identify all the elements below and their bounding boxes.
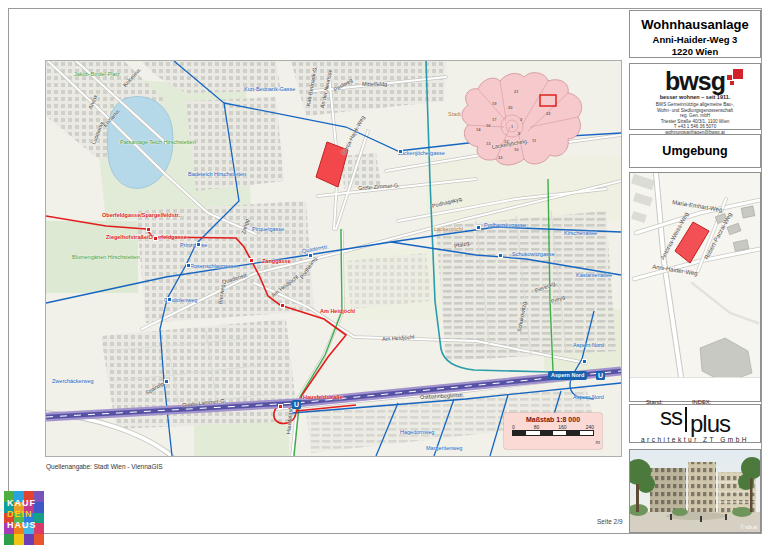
transit-stop-marker bbox=[146, 227, 151, 232]
ssplus-plus: plus bbox=[690, 414, 730, 434]
scale-tick: 160 bbox=[558, 424, 566, 430]
map-label: Hausfeldstraße bbox=[303, 394, 343, 400]
kdh-line-2: DEIN bbox=[7, 509, 37, 520]
ubahn-icon-hausfeldstrasse: U bbox=[292, 400, 301, 409]
map-label: Podhagskygasse bbox=[484, 222, 526, 228]
map-label: Schukowitzgasse bbox=[512, 251, 555, 257]
map-label: Lackenjöchl bbox=[434, 226, 463, 232]
architect-subtitle: architektur ZT GmbH bbox=[630, 436, 760, 443]
scale-unit: m bbox=[596, 439, 600, 445]
map-label: 21 bbox=[514, 89, 518, 95]
transit-stop-marker bbox=[582, 359, 587, 364]
map-label: Badeteich Hirschstetten bbox=[188, 171, 246, 177]
transit-stop-marker bbox=[476, 225, 481, 230]
map-label: 19 bbox=[492, 101, 496, 107]
page-number: Seite 2/9 bbox=[597, 518, 623, 525]
render-credit: © vdx.at bbox=[740, 524, 757, 530]
transit-stop-marker bbox=[308, 253, 313, 258]
map-label: Aspern Nord bbox=[573, 342, 604, 348]
umgebung-map-box: Maria-Emhart-WegAntonia-Weiss-WegRobert-… bbox=[629, 172, 761, 402]
map-label: Margeritenweg bbox=[426, 445, 462, 451]
transit-stop-marker bbox=[498, 253, 503, 258]
map-label: Hagedornweg bbox=[400, 429, 434, 435]
scale-tick: 80 bbox=[534, 424, 540, 430]
map-label: Stadt bbox=[448, 111, 461, 117]
map-label: Kurt-Bednarik-Gasse bbox=[244, 86, 295, 92]
scale-tick: 240 bbox=[586, 424, 594, 430]
bwsg-wordmark: bwsg bbox=[665, 67, 725, 95]
architect-block: ss plus architektur ZT GmbH bbox=[629, 404, 761, 443]
map-label: Rosenschlaggasse bbox=[190, 263, 236, 269]
transit-stop-marker bbox=[153, 236, 158, 241]
map-label: Zwerchäckerweg bbox=[52, 378, 94, 384]
map-label: 16 bbox=[486, 123, 490, 129]
map-label: 23 bbox=[498, 155, 502, 161]
map-label: 3 bbox=[518, 131, 520, 137]
ssplus-logo: ss plus bbox=[630, 407, 760, 433]
transit-stop-marker bbox=[398, 149, 403, 154]
transit-stop-marker bbox=[278, 404, 283, 409]
transit-stop-marker bbox=[249, 258, 254, 263]
transit-stop-marker bbox=[164, 379, 169, 384]
scale-ticks: 080160240 bbox=[504, 423, 602, 430]
map-label: Oberfeldgasse/Spargelfeldstr. bbox=[102, 212, 180, 218]
source-attribution: Quellenangabe: Stadt Wien - ViennaGIS bbox=[46, 463, 163, 470]
bwsg-logo: bwsg bbox=[665, 68, 725, 94]
map-label: 20 bbox=[508, 105, 512, 111]
map-label: Kastanienallee bbox=[576, 272, 612, 278]
map-scale-box: Maßstab 1:8 000 080160240 m bbox=[504, 413, 602, 449]
map-label: Jakob-Bindel-Platz bbox=[74, 71, 120, 77]
title-block: Wohnhausanlage Anni-Haider-Weg 3 1220 Wi… bbox=[629, 10, 761, 58]
project-address: Anni-Haider-Weg 3 bbox=[630, 34, 760, 45]
bwsg-pixel-mark-icon bbox=[727, 68, 743, 86]
transit-stop-marker bbox=[186, 263, 191, 268]
scale-title: Maßstab 1:8 000 bbox=[504, 416, 602, 423]
map-label: Mittelfeldg. bbox=[362, 81, 389, 87]
rendering-box: © vdx.at bbox=[629, 449, 761, 533]
transit-stop-marker bbox=[196, 242, 201, 247]
u2-station-label: Aspern Nord bbox=[551, 372, 584, 378]
kdh-line-3: HAUS bbox=[7, 520, 37, 531]
plan-sheet: Jakob-Bindel-PlatzKoloniew.Anisw.Enzianw… bbox=[0, 0, 770, 545]
bwsg-address: BWS Gemeinnützige allgemeine Bau-,Wohn- … bbox=[630, 102, 760, 136]
kdh-color-cell bbox=[14, 534, 24, 545]
map-label: 1 bbox=[511, 124, 513, 130]
map-label: Aspern Nord bbox=[573, 394, 604, 400]
map-label: 10 bbox=[514, 147, 518, 153]
map-label: 12 bbox=[504, 139, 508, 145]
map-label: Pirquetgasse bbox=[252, 226, 284, 232]
kauf-dein-haus-logo: KAUF DEIN HAUS bbox=[4, 491, 44, 545]
kdh-color-cell bbox=[34, 534, 44, 545]
map-label: Zanggasse bbox=[262, 258, 291, 264]
kdh-wordmark: KAUF DEIN HAUS bbox=[7, 498, 37, 531]
map-label: Ziegelhofstraße/Oberfeldgasse bbox=[106, 234, 187, 240]
scale-tick: 0 bbox=[512, 424, 515, 430]
map-label: Parkanlage Teich Hirschstetten bbox=[120, 139, 196, 145]
bwsg-company-block: bwsg besser wohnen – seit 1911. BWS Geme… bbox=[629, 63, 761, 130]
map-label: 2 bbox=[520, 117, 522, 123]
ssplus-ss: ss bbox=[660, 407, 682, 427]
umgebung-heading: Umgebung bbox=[630, 135, 760, 167]
transit-stop-marker bbox=[280, 303, 285, 308]
map-label: Am Heidjöchl bbox=[320, 308, 355, 314]
map-label: 17 bbox=[492, 117, 496, 123]
map-label: Blumengärten Hirschstetten bbox=[72, 254, 140, 260]
map-label: 13 bbox=[486, 141, 490, 147]
kdh-color-cell bbox=[4, 534, 14, 545]
map-label: 11 bbox=[532, 138, 536, 144]
map-label: 22 bbox=[546, 111, 550, 117]
map-label: Prinzgasse bbox=[180, 242, 207, 248]
ubahn-icon: U bbox=[596, 371, 605, 380]
umgebung-map: Maria-Emhart-WegAntonia-Weiss-WegRobert-… bbox=[630, 173, 760, 378]
scale-bar bbox=[512, 430, 594, 436]
project-title: Wohnhausanlage bbox=[630, 17, 760, 32]
ssplus-divider bbox=[685, 407, 687, 432]
building-rendering: © vdx.at bbox=[630, 450, 760, 532]
kdh-line-1: KAUF bbox=[7, 498, 37, 509]
u2-station-aspern-nord: Aspern Nord bbox=[548, 371, 587, 380]
map-label: Lackenjöchelgasse bbox=[398, 150, 445, 156]
map-label: 14 bbox=[476, 127, 480, 133]
project-city: 1220 Wien bbox=[630, 46, 760, 57]
transit-stop-marker bbox=[167, 297, 172, 302]
umgebung-header: Umgebung bbox=[629, 134, 761, 168]
